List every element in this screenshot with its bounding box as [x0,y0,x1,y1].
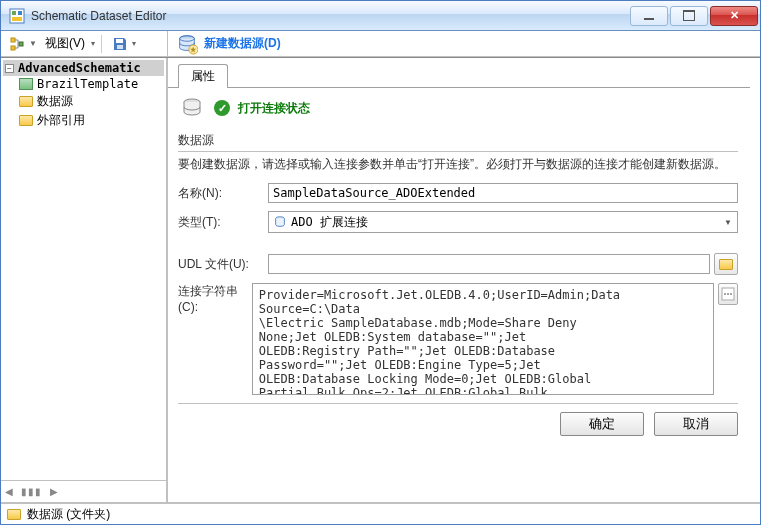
minimize-button[interactable] [630,6,668,26]
tree-layout-icon [9,36,25,52]
row-type: 类型(T): ADO 扩展连接 ▼ [178,211,738,233]
template-icon [19,78,33,90]
svg-point-16 [724,293,726,295]
row-udl: UDL 文件(U): [178,253,738,275]
app-icon [9,8,25,24]
row-name: 名称(N): [178,183,738,203]
ellipsis-props-icon [721,287,735,301]
sidebar: − AdvancedSchematic BrazilTemplate 数据源 外… [1,58,168,502]
browse-udl-button[interactable] [714,253,738,275]
close-button[interactable] [710,6,758,26]
dropdown-arrow-icon: ▾ [91,39,95,48]
view-menu[interactable]: 视图(V) [45,35,85,52]
svg-rect-5 [11,46,15,50]
conn-string-textarea[interactable] [252,283,714,395]
conn-label: 连接字符串(C): [178,283,252,314]
main-row: − AdvancedSchematic BrazilTemplate 数据源 外… [1,57,760,502]
tree-item-external[interactable]: 外部引用 [17,111,164,130]
scroll-left-button[interactable]: ◀ [5,486,13,497]
tree-view[interactable]: − AdvancedSchematic BrazilTemplate 数据源 外… [1,58,166,480]
statusbar: 数据源 (文件夹) [1,502,760,524]
scroll-track[interactable]: ▮▮▮ [21,486,42,497]
svg-point-17 [727,293,729,295]
ok-check-icon: ✓ [214,100,230,116]
toolbar-left: ▼ 视图(V) ▾ ▾ [1,31,168,56]
folder-icon [19,96,33,107]
section-title: 数据源 [178,130,738,152]
tab-body: ✓ 打开连接状态 数据源 要创建数据源，请选择或输入连接参数并单击“打开连接”。… [168,88,750,444]
tab-properties[interactable]: 属性 [178,64,228,88]
build-conn-button[interactable] [718,283,738,305]
folder-icon [7,509,21,520]
toolbar-divider [101,35,102,53]
folder-open-icon [719,259,733,270]
dropdown-arrow-icon: ▾ [132,39,136,48]
tree-item-label: 数据源 [37,93,73,110]
button-row: 确定 取消 [178,403,738,436]
toolbar-row: ▼ 视图(V) ▾ ▾ ★ 新建数据源(D) [1,31,760,57]
content-pane: 属性 ✓ 打开连接状态 数据源 要创建数据源，请选择或输入连接参数并单击“打开连… [168,58,760,502]
collapse-icon[interactable]: − [5,64,14,73]
svg-rect-3 [12,17,22,21]
status-line: ✓ 打开连接状态 [178,96,738,120]
svg-rect-7 [116,39,123,43]
tree-root-label: AdvancedSchematic [18,61,141,75]
save-icon [112,36,128,52]
toolbar-right: ★ 新建数据源(D) [168,31,760,56]
save-button[interactable]: ▾ [108,34,140,54]
tree-item-label: BrazilTemplate [37,77,138,91]
svg-rect-1 [12,11,16,15]
svg-point-18 [730,293,732,295]
cancel-button[interactable]: 取消 [654,412,738,436]
svg-rect-8 [117,45,123,49]
tree-root[interactable]: − AdvancedSchematic [3,60,164,76]
svg-rect-2 [18,11,22,15]
new-datasource-link[interactable]: 新建数据源(D) [204,35,281,52]
maximize-button[interactable] [670,6,708,26]
udl-input[interactable] [268,254,710,274]
status-db-icon [178,96,206,120]
dropdown-arrow-icon: ▼ [29,39,37,48]
type-value: ADO 扩展连接 [291,214,368,231]
sidebar-footer: ◀ ▮▮▮ ▶ [1,480,166,502]
type-label: 类型(T): [178,214,268,231]
status-text: 打开连接状态 [238,100,310,117]
tree-item-datasource[interactable]: 数据源 [17,92,164,111]
statusbar-text: 数据源 (文件夹) [27,506,110,523]
svg-text:★: ★ [189,45,197,54]
type-select[interactable]: ADO 扩展连接 ▼ [268,211,738,233]
tree-view-layout-button[interactable]: ▼ [5,34,41,54]
database-small-icon [273,215,287,229]
window-title: Schematic Dataset Editor [31,9,628,23]
ok-button[interactable]: 确定 [560,412,644,436]
row-conn: 连接字符串(C): [178,283,738,395]
section-description: 要创建数据源，请选择或输入连接参数并单击“打开连接”。必须打开与数据源的连接才能… [178,156,738,173]
svg-rect-6 [19,42,23,46]
tab-body-wrap: ✓ 打开连接状态 数据源 要创建数据源，请选择或输入连接参数并单击“打开连接”。… [168,87,750,444]
name-input[interactable] [268,183,738,203]
tree-item-template[interactable]: BrazilTemplate [17,76,164,92]
scroll-right-button[interactable]: ▶ [50,486,58,497]
name-label: 名称(N): [178,185,268,202]
titlebar: Schematic Dataset Editor [1,1,760,31]
svg-rect-4 [11,38,15,42]
database-icon: ★ [176,33,198,55]
app-window: Schematic Dataset Editor ▼ 视图(V) ▾ ▾ ★ 新… [0,0,761,525]
chevron-down-icon: ▼ [719,218,737,227]
udl-label: UDL 文件(U): [178,256,268,273]
tab-bar: 属性 [178,64,750,88]
folder-icon [19,115,33,126]
tree-item-label: 外部引用 [37,112,85,129]
